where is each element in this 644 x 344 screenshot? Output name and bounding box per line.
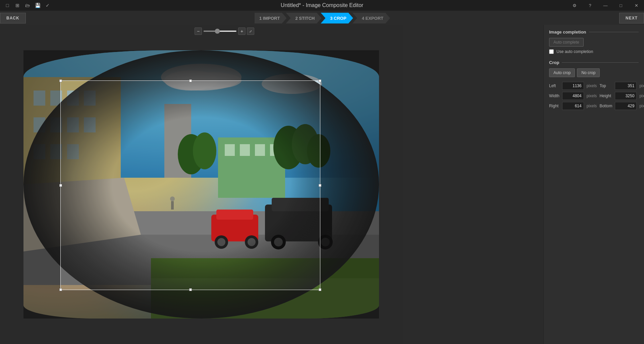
width-value-input[interactable] bbox=[562, 92, 584, 100]
right-unit: pixels bbox=[587, 104, 597, 108]
step-tab-import[interactable]: 1 IMPORT bbox=[255, 13, 286, 23]
next-button[interactable]: NEXT bbox=[619, 13, 644, 23]
step-tab-crop[interactable]: 3 CROP bbox=[321, 13, 353, 23]
crop-button-row: Auto crop No crop bbox=[549, 68, 639, 77]
open-button[interactable]: 🗁 bbox=[23, 1, 32, 10]
bottom-unit: pixels bbox=[639, 104, 644, 108]
titlebar: □ ⊞ 🗁 💾 ✓ Untitled* - Image Composite Ed… bbox=[0, 0, 644, 11]
step-tab-stitch[interactable]: 2 STITCH bbox=[286, 13, 321, 23]
right-value-input[interactable] bbox=[562, 102, 584, 110]
image-completion-title: Image completion bbox=[549, 30, 639, 35]
export-button[interactable]: ✓ bbox=[43, 1, 52, 10]
close-icon[interactable]: ✕ bbox=[629, 0, 644, 11]
help-icon[interactable]: ? bbox=[582, 0, 598, 11]
step-tabs: 1 IMPORT 2 STITCH 3 CROP 4 EXPORT bbox=[255, 13, 389, 23]
no-crop-button[interactable]: No crop bbox=[577, 68, 600, 77]
width-label: Width bbox=[549, 94, 559, 98]
use-auto-completion-label: Use auto completion bbox=[556, 49, 593, 54]
right-panel: Image completion Auto complete Use auto … bbox=[543, 25, 644, 344]
crop-dim-top bbox=[23, 50, 379, 80]
settings-icon[interactable]: ⚙ bbox=[567, 0, 582, 11]
crop-dim-left bbox=[23, 80, 60, 290]
bottom-value-input[interactable] bbox=[615, 102, 637, 110]
auto-complete-button[interactable]: Auto complete bbox=[549, 38, 584, 47]
crop-section-title: Crop bbox=[549, 60, 639, 65]
zoom-in-button[interactable]: + bbox=[238, 27, 246, 35]
left-value-input[interactable] bbox=[562, 82, 584, 90]
minimize-icon[interactable]: — bbox=[598, 0, 613, 11]
stepnav: BACK 1 IMPORT 2 STITCH 3 CROP 4 EXPORT N… bbox=[0, 11, 644, 25]
main-canvas-area: − + ⤢ bbox=[0, 25, 402, 344]
step-tab-export[interactable]: 4 EXPORT bbox=[353, 13, 390, 23]
bottom-label: Bottom bbox=[599, 104, 612, 108]
left-unit: pixels bbox=[587, 83, 597, 88]
back-button[interactable]: BACK bbox=[0, 13, 26, 23]
crop-section: Crop Auto crop No crop Left pixels Top p… bbox=[549, 60, 639, 110]
crop-dim-right bbox=[320, 80, 379, 290]
top-value-input[interactable] bbox=[615, 82, 637, 90]
auto-crop-button[interactable]: Auto crop bbox=[549, 68, 575, 77]
dimensions-grid: Left pixels Top pixels Width pixels Heig… bbox=[549, 82, 639, 110]
titlebar-icons: ⚙ ? — □ ✕ bbox=[567, 0, 644, 11]
crop-dim-bottom bbox=[23, 290, 379, 319]
height-value-input[interactable] bbox=[615, 92, 637, 100]
maximize-icon[interactable]: □ bbox=[613, 0, 629, 11]
panoramic-image-container bbox=[23, 50, 379, 319]
height-label: Height bbox=[599, 94, 612, 98]
image-completion-section: Image completion Auto complete Use auto … bbox=[549, 30, 639, 54]
height-unit: pixels bbox=[639, 94, 644, 98]
use-auto-completion-checkbox[interactable] bbox=[549, 49, 554, 54]
app-title: Untitled* - Image Composite Editor bbox=[281, 2, 363, 8]
toolbar-left: □ ⊞ 🗁 💾 ✓ bbox=[0, 0, 52, 11]
zoom-toolbar: − + ⤢ bbox=[195, 27, 254, 35]
open-recent-button[interactable]: ⊞ bbox=[13, 1, 22, 10]
top-unit: pixels bbox=[639, 83, 644, 88]
left-label: Left bbox=[549, 83, 559, 88]
zoom-fit-button[interactable]: ⤢ bbox=[247, 27, 254, 35]
save-button[interactable]: 💾 bbox=[33, 1, 42, 10]
auto-completion-checkbox-row: Use auto completion bbox=[549, 49, 639, 54]
zoom-out-button[interactable]: − bbox=[195, 27, 202, 35]
top-label: Top bbox=[599, 83, 612, 88]
right-label: Right bbox=[549, 104, 559, 108]
new-button[interactable]: □ bbox=[3, 1, 12, 10]
canvas-area bbox=[0, 25, 402, 344]
zoom-slider[interactable] bbox=[203, 31, 237, 32]
width-unit: pixels bbox=[587, 94, 597, 98]
